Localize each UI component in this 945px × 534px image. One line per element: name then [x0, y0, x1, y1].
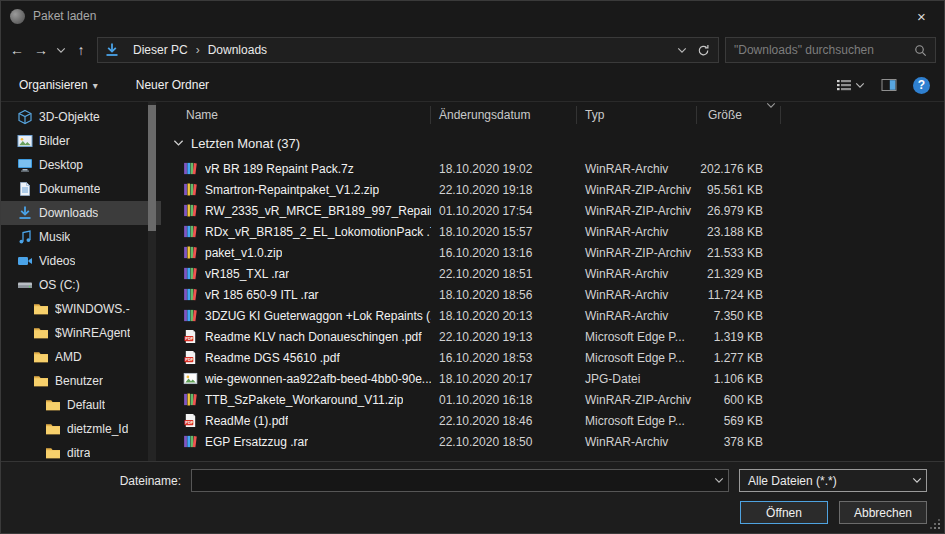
open-button[interactable]: Öffnen	[740, 501, 828, 524]
zip-file-icon	[183, 392, 198, 407]
file-row[interactable]: EGP Ersatzzug .rar22.10.2020 18:50WinRAR…	[161, 431, 944, 452]
address-dropdown-icon[interactable]	[677, 47, 687, 54]
filetype-select[interactable]: Alle Dateien (*.*)	[739, 469, 927, 492]
column-header-type[interactable]: Typ	[577, 106, 697, 124]
group-collapse-icon	[173, 139, 184, 147]
folder-icon	[33, 349, 49, 365]
help-icon[interactable]: ?	[913, 77, 930, 94]
file-row[interactable]: PDFReadMe (1).pdf22.10.2020 18:46Microso…	[161, 410, 944, 431]
file-row[interactable]: 3DZUG KI Gueterwaggon +Lok Repaints (...…	[161, 305, 944, 326]
filetype-value: Alle Dateien (*.*)	[748, 474, 837, 488]
breadcrumb-separator-icon[interactable]: ›	[194, 43, 202, 57]
file-row[interactable]: PDFReadme KLV nach Donaueschingen .pdf22…	[161, 326, 944, 347]
zip-file-icon	[183, 182, 198, 197]
sidebar-item-amd[interactable]: AMD	[1, 345, 161, 369]
navigation-bar: ← → ↑ Dieser PC › Downloads	[1, 31, 944, 69]
file-row[interactable]: RW_2335_vR_MRCE_BR189_997_Repaint_...01.…	[161, 200, 944, 221]
view-switcher-button[interactable]	[836, 77, 865, 93]
sidebar-scrollbar[interactable]	[148, 102, 156, 461]
sidebar-item-bilder[interactable]: Bilder	[1, 129, 161, 153]
jpg-file-icon	[183, 371, 198, 386]
sidebar-item-os-c[interactable]: OS (C:)	[1, 273, 161, 297]
sidebar-item-dokumente[interactable]: Dokumente	[1, 177, 161, 201]
sidebar-item-musik[interactable]: Musik	[1, 225, 161, 249]
column-headers: Name Änderungsdatum Typ Größe	[161, 102, 944, 128]
videos-icon	[17, 253, 33, 269]
preview-pane-icon[interactable]	[881, 77, 897, 93]
column-header-name[interactable]: Name	[161, 106, 431, 124]
rar-file-icon	[183, 434, 198, 449]
filename-input[interactable]	[192, 470, 710, 491]
group-header[interactable]: Letzten Monat (37)	[161, 128, 944, 158]
dialog-content: 3D-ObjekteBilderDesktopDokumenteDownload…	[1, 102, 944, 461]
file-row[interactable]: paket_v1.0.zip16.10.2020 13:16WinRAR-ZIP…	[161, 242, 944, 263]
new-folder-button[interactable]: Neuer Ordner	[136, 78, 209, 92]
organize-button[interactable]: Organisieren ▾	[19, 78, 98, 92]
back-button[interactable]: ←	[5, 37, 29, 63]
cancel-button[interactable]: Abbrechen	[839, 501, 927, 524]
file-list: Name Änderungsdatum Typ Größe Letzten Mo…	[161, 102, 944, 461]
file-row[interactable]: wie-gewonnen-aa922afb-beed-4bb0-90e...18…	[161, 368, 944, 389]
filename-label: Dateiname:	[1, 474, 191, 488]
new-folder-label: Neuer Ordner	[136, 78, 209, 92]
column-header-size[interactable]: Größe	[697, 106, 781, 124]
sidebar-item-winreagent[interactable]: $WinREAgent	[1, 321, 161, 345]
command-bar: Organisieren ▾ Neuer Ordner ?	[1, 69, 944, 102]
sidebar-item-ditra[interactable]: ditra	[1, 441, 161, 465]
3d-icon	[17, 109, 33, 125]
up-button[interactable]: ↑	[69, 37, 93, 63]
filename-combobox[interactable]	[191, 469, 729, 492]
pdf-file-icon: PDF	[183, 413, 198, 428]
sidebar-item-default[interactable]: Default	[1, 393, 161, 417]
downloads-icon	[17, 205, 33, 221]
refresh-icon[interactable]	[697, 44, 710, 57]
sidebar-item-videos[interactable]: Videos	[1, 249, 161, 273]
music-icon	[17, 229, 33, 245]
sidebar-item-desktop[interactable]: Desktop	[1, 153, 161, 177]
file-row[interactable]: Smartron-Repaintpaket_V1.2.zip22.10.2020…	[161, 179, 944, 200]
svg-text:PDF: PDF	[185, 420, 193, 425]
resize-grip[interactable]	[930, 519, 940, 529]
breadcrumb-current[interactable]: Downloads	[202, 43, 273, 57]
folder-icon	[33, 373, 49, 389]
folder-icon	[33, 325, 49, 341]
size-filter-icon[interactable]	[766, 102, 776, 109]
organize-caret-icon: ▾	[93, 80, 98, 91]
titlebar: Paket laden ×	[1, 1, 944, 31]
sidebar-item-dietzmle-id[interactable]: dietzmle_Id	[1, 417, 161, 441]
search-icon[interactable]	[914, 44, 927, 57]
close-button[interactable]: ×	[899, 1, 944, 31]
dialog-footer: Dateiname: Alle Dateien (*.*) Öffnen Abb…	[1, 461, 944, 533]
recent-locations-icon[interactable]	[53, 37, 69, 63]
file-row[interactable]: vR 185 650-9 ITL .rar18.10.2020 18:56Win…	[161, 284, 944, 305]
filename-dropdown-icon[interactable]	[710, 477, 728, 484]
file-row[interactable]: vR185_TXL .rar22.10.2020 18:51WinRAR-Arc…	[161, 263, 944, 284]
sidebar-item-windows[interactable]: $WINDOWS.-	[1, 297, 161, 321]
sidebar-item-benutzer[interactable]: Benutzer	[1, 369, 161, 393]
file-row[interactable]: TTB_SzPakete_Workaround_V11.zip01.10.202…	[161, 389, 944, 410]
file-rows: vR BR 189 Repaint Pack.7z18.10.2020 19:0…	[161, 158, 944, 461]
rar-file-icon	[183, 161, 198, 176]
sidebar: 3D-ObjekteBilderDesktopDokumenteDownload…	[1, 102, 161, 461]
file-row[interactable]: PDFReadme DGS 45610 .pdf16.10.2020 18:53…	[161, 347, 944, 368]
rar-file-icon	[183, 266, 198, 281]
file-row[interactable]: RDx_vR_BR185_2_EL_LokomotionPack .7z18.1…	[161, 221, 944, 242]
column-header-date[interactable]: Änderungsdatum	[431, 106, 577, 124]
sidebar-item-3d-objekte[interactable]: 3D-Objekte	[1, 105, 161, 129]
pdf-file-icon: PDF	[183, 329, 198, 344]
search-input[interactable]	[734, 43, 914, 57]
breadcrumb-root[interactable]: Dieser PC	[127, 43, 194, 57]
svg-text:PDF: PDF	[185, 336, 193, 341]
folder-icon	[45, 421, 61, 437]
search-box[interactable]	[725, 37, 936, 63]
pdf-file-icon: PDF	[183, 350, 198, 365]
forward-button[interactable]: →	[29, 37, 53, 63]
file-row[interactable]: vR BR 189 Repaint Pack.7z18.10.2020 19:0…	[161, 158, 944, 179]
drive-icon	[17, 277, 33, 293]
address-bar[interactable]: Dieser PC › Downloads	[97, 37, 719, 63]
sidebar-item-downloads[interactable]: Downloads	[1, 201, 161, 225]
sidebar-scrollbar-thumb[interactable]	[148, 105, 156, 231]
pictures-icon	[17, 133, 33, 149]
documents-icon	[17, 181, 33, 197]
rar-file-icon	[183, 308, 198, 323]
